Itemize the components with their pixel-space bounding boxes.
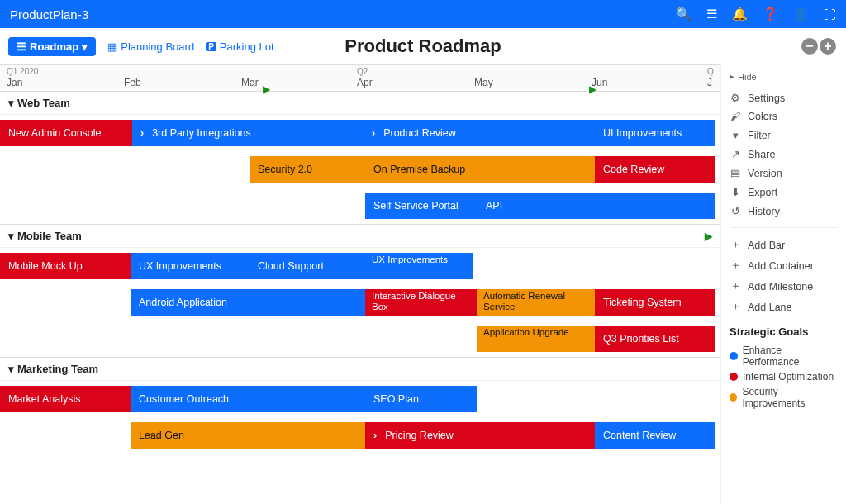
plus-icon: ＋ bbox=[730, 259, 741, 273]
roadmap-canvas[interactable]: Q1 2020 Q2 Q Jan Feb Mar Apr May Jun J ▶… bbox=[0, 64, 720, 504]
tl-q1: Q1 2020 bbox=[7, 67, 38, 76]
legend-dot bbox=[730, 352, 738, 360]
history-icon: ↺ bbox=[730, 205, 741, 217]
parking-icon: P bbox=[206, 42, 216, 51]
zoom-in-button[interactable]: + bbox=[820, 38, 836, 55]
chevron-down-icon: ▾ bbox=[8, 230, 14, 242]
plus-icon: ＋ bbox=[730, 238, 741, 252]
divider bbox=[730, 227, 838, 228]
bar-cloud-support[interactable]: Cloud Support bbox=[250, 253, 365, 279]
roadmap-icon: ☰ bbox=[17, 40, 26, 53]
fullscreen-icon[interactable]: ⛶ bbox=[824, 7, 836, 21]
chevron-right-icon: › bbox=[140, 127, 144, 139]
bar-seo-plan[interactable]: SEO Plan bbox=[365, 386, 477, 412]
sidebar-item-colors[interactable]: 🖌Colors bbox=[730, 107, 838, 126]
bar-content-review[interactable]: Content Review bbox=[595, 422, 715, 449]
tl-feb: Feb bbox=[124, 77, 141, 88]
legend-dot bbox=[730, 373, 738, 381]
lane-web: ▾Web Team New Admin Console ›3rd Party I… bbox=[0, 92, 720, 225]
bar-ticketing-system[interactable]: Ticketing System bbox=[595, 289, 715, 316]
sidebar-item-add-container[interactable]: ＋Add Container bbox=[730, 255, 838, 276]
lane-header-mobile[interactable]: ▾Mobile Team▶ bbox=[0, 225, 720, 248]
bar-interactive-dialogue[interactable]: Interactive Dialogue Box bbox=[365, 289, 477, 316]
milestone-marker-1[interactable]: ▶ bbox=[263, 83, 270, 95]
bar-customer-outreach[interactable]: Customer Outreach bbox=[131, 386, 365, 412]
bar-mobile-mock-up[interactable]: Mobile Mock Up bbox=[0, 253, 131, 279]
bar-android-application[interactable]: Android Application bbox=[131, 289, 365, 316]
bar-product-review[interactable]: ›Product Review bbox=[364, 120, 595, 146]
lane-marketing: ▾Marketing Team Market Analysis Customer… bbox=[0, 358, 720, 454]
milestone-marker-3[interactable]: ▶ bbox=[705, 231, 712, 242]
app-title: ProductPlan-3 bbox=[10, 7, 88, 21]
header-row: ☰ Roadmap ▾ ▦ Planning Board P Parking L… bbox=[0, 28, 846, 64]
download-icon: ⬇ bbox=[730, 186, 741, 198]
lane-header-marketing[interactable]: ▾Marketing Team bbox=[0, 358, 720, 381]
user-icon[interactable]: 👤 bbox=[793, 7, 809, 21]
brush-icon: 🖌 bbox=[730, 111, 741, 122]
plus-icon: ＋ bbox=[730, 279, 741, 293]
sidebar-item-filter[interactable]: ▾Filter bbox=[730, 126, 838, 145]
chevron-right-icon: ▸ bbox=[730, 71, 734, 82]
hide-sidebar-link[interactable]: ▸Hide bbox=[730, 71, 838, 82]
bar-application-upgrade[interactable]: Application Upgrade bbox=[477, 326, 595, 352]
tl-q3: Q bbox=[707, 67, 714, 76]
list-icon[interactable]: ☰ bbox=[706, 7, 717, 21]
sidebar: ▸Hide ⚙Settings 🖌Colors ▾Filter ↗Share ▤… bbox=[720, 64, 846, 504]
sidebar-item-add-lane[interactable]: ＋Add Lane bbox=[730, 297, 838, 317]
bar-automatic-renewal[interactable]: Automatic Renewal Service bbox=[477, 289, 595, 316]
tl-jan: Jan bbox=[7, 77, 22, 88]
search-icon[interactable]: 🔍 bbox=[676, 7, 692, 21]
bar-q3-priorities[interactable]: Q3 Priorities List bbox=[595, 326, 715, 352]
sidebar-item-share[interactable]: ↗Share bbox=[730, 145, 838, 164]
parking-lot-link[interactable]: P Parking Lot bbox=[206, 40, 273, 53]
bar-new-admin-console[interactable]: New Admin Console bbox=[0, 120, 132, 146]
bar-self-service-portal[interactable]: Self Service Portal bbox=[365, 193, 478, 219]
plus-icon: ＋ bbox=[730, 300, 741, 314]
bar-code-review[interactable]: Code Review bbox=[595, 156, 715, 183]
tl-mar: Mar bbox=[241, 77, 259, 88]
chevron-down-icon: ▾ bbox=[8, 363, 14, 375]
bar-ui-improvements[interactable]: UI Improvements bbox=[595, 120, 715, 146]
lane-header-web[interactable]: ▾Web Team bbox=[0, 92, 720, 115]
roadmap-view-dropdown[interactable]: ☰ Roadmap ▾ bbox=[8, 37, 96, 56]
bar-ux-improvements-2[interactable]: UX Improvements bbox=[365, 253, 473, 279]
planning-board-link[interactable]: ▦ Planning Board bbox=[107, 40, 194, 53]
legend-item-performance[interactable]: Enhance Performance bbox=[730, 343, 838, 369]
bar-lead-gen[interactable]: Lead Gen bbox=[131, 422, 365, 449]
version-icon: ▤ bbox=[730, 167, 741, 179]
zoom-out-button[interactable]: − bbox=[801, 38, 818, 55]
bar-ux-improvements[interactable]: UX Improvements bbox=[131, 253, 250, 279]
gear-icon: ⚙ bbox=[730, 92, 741, 104]
legend-dot bbox=[730, 393, 737, 402]
chevron-down-icon: ▾ bbox=[8, 97, 14, 109]
tl-q2: Q2 bbox=[357, 67, 368, 76]
topbar-actions: 🔍 ☰ 🔔 ❓ 👤 ⛶ bbox=[676, 7, 836, 21]
chevron-right-icon: › bbox=[373, 430, 377, 441]
tl-apr: Apr bbox=[357, 77, 373, 88]
sidebar-item-add-bar[interactable]: ＋Add Bar bbox=[730, 235, 838, 255]
timeline-header: Q1 2020 Q2 Q Jan Feb Mar Apr May Jun J ▶… bbox=[0, 65, 720, 92]
sidebar-item-settings[interactable]: ⚙Settings bbox=[730, 88, 838, 107]
chevron-right-icon: › bbox=[372, 127, 375, 139]
legend-item-internal[interactable]: Internal Optimization bbox=[730, 369, 838, 384]
topbar: ProductPlan-3 🔍 ☰ 🔔 ❓ 👤 ⛶ bbox=[0, 0, 846, 28]
lane-mobile: ▾Mobile Team▶ Mobile Mock Up UX Improvem… bbox=[0, 225, 720, 358]
tl-may: May bbox=[474, 77, 493, 88]
legend-title: Strategic Goals bbox=[730, 326, 838, 338]
help-icon[interactable]: ❓ bbox=[763, 7, 778, 21]
legend-item-security[interactable]: Security Improvements bbox=[730, 384, 838, 411]
bar-pricing-review[interactable]: ›Pricing Review bbox=[365, 422, 595, 449]
bar-market-analysis[interactable]: Market Analysis bbox=[0, 386, 131, 412]
milestone-marker-2[interactable]: ▶ bbox=[589, 83, 596, 95]
bar-api[interactable]: API bbox=[478, 193, 715, 219]
bell-icon[interactable]: 🔔 bbox=[732, 7, 748, 21]
sidebar-item-version[interactable]: ▤Version bbox=[730, 164, 838, 183]
share-icon: ↗ bbox=[730, 148, 741, 160]
sidebar-item-export[interactable]: ⬇Export bbox=[730, 183, 838, 202]
zoom-controls: − + bbox=[801, 38, 836, 55]
bar-on-premise-backup[interactable]: On Premise Backup bbox=[365, 156, 595, 183]
bar-security-2[interactable]: Security 2.0 bbox=[250, 156, 365, 183]
bar-3rd-party-integrations[interactable]: ›3rd Party Integrations bbox=[132, 120, 364, 146]
sidebar-item-history[interactable]: ↺History bbox=[730, 202, 838, 221]
sidebar-item-add-milestone[interactable]: ＋Add Milestone bbox=[730, 276, 838, 297]
